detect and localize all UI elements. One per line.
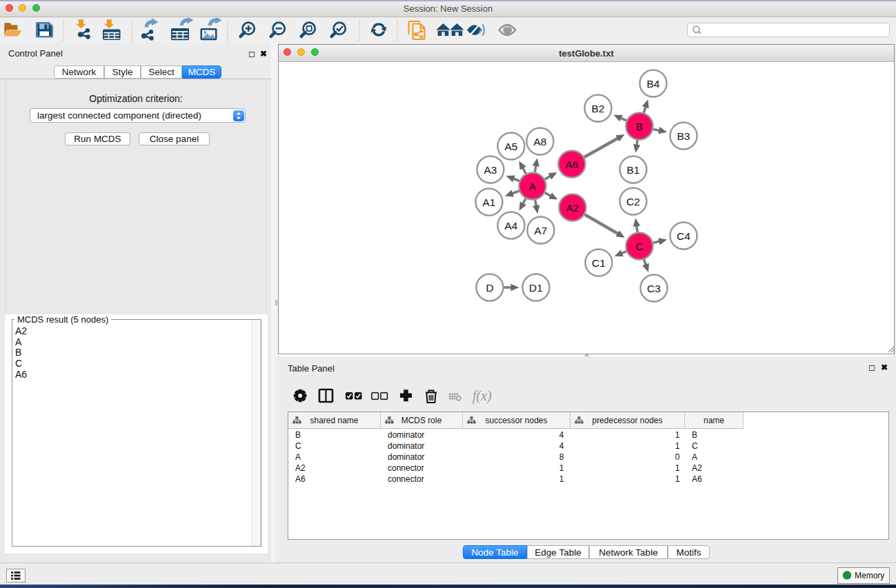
svg-text:D: D [486, 282, 493, 294]
svg-text:A1: A1 [483, 196, 496, 208]
svg-text:B2: B2 [592, 103, 605, 114]
svg-text:B3: B3 [677, 130, 690, 142]
svg-text:A8: A8 [534, 136, 547, 148]
svg-text:C4: C4 [677, 230, 690, 242]
svg-text:A7: A7 [535, 225, 548, 236]
svg-text:f(x): f(x) [472, 388, 492, 404]
svg-text:B4: B4 [647, 78, 660, 90]
svg-text:D1: D1 [529, 282, 543, 294]
svg-text:B1: B1 [627, 164, 640, 176]
svg-text:A: A [529, 181, 537, 192]
svg-text:A4: A4 [505, 220, 518, 232]
svg-text:A5: A5 [505, 141, 518, 152]
svg-text:A2: A2 [566, 202, 579, 214]
svg-text:C1: C1 [592, 257, 606, 269]
svg-text:C: C [635, 241, 643, 252]
svg-text:A3: A3 [484, 164, 497, 176]
svg-text:A6: A6 [566, 159, 579, 170]
svg-text:B: B [636, 121, 643, 132]
svg-text:C3: C3 [647, 283, 661, 294]
svg-text:C2: C2 [626, 196, 640, 207]
